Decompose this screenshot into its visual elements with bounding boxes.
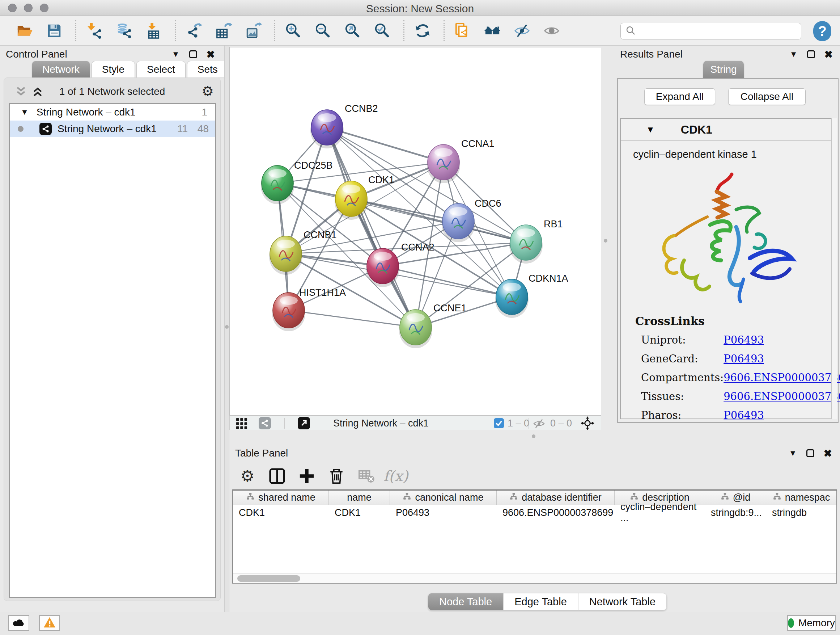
column-header[interactable]: canonical name	[390, 491, 497, 505]
column-header[interactable]: namespac	[766, 491, 836, 505]
string-network-graph[interactable]: CCNB2CCNA1CDC25BCDK1CDC6RB1CCNB1CCNA2CDK…	[230, 48, 601, 415]
node-label: CCNB2	[345, 103, 378, 114]
zoom-out-icon[interactable]	[313, 21, 333, 41]
tab-node-table[interactable]: Node Table	[428, 593, 503, 610]
panel-float-icon[interactable]	[806, 449, 814, 457]
memory-button[interactable]: Memory	[787, 615, 836, 631]
panel-close-icon[interactable]: ✖	[824, 49, 833, 60]
zoom-fit-icon[interactable]	[343, 21, 363, 41]
network-tree-row[interactable]: String Network – cdk1 11 48	[10, 120, 215, 137]
add-column-icon[interactable]	[298, 467, 316, 485]
hidden-eye-slash-icon[interactable]	[533, 417, 545, 430]
panel-menu-caret-icon[interactable]: ▼	[172, 50, 180, 59]
panel-close-icon[interactable]: ✖	[207, 49, 215, 60]
collapse-all-button[interactable]: Collapse All	[728, 88, 806, 105]
tab-network-table[interactable]: Network Table	[578, 593, 667, 610]
tab-select[interactable]: Select	[136, 61, 186, 78]
cell-database-identifier[interactable]: 9606.ENSP00000378699	[497, 505, 615, 520]
tab-sets[interactable]: Sets	[187, 61, 228, 78]
table-horizontal-scrollbar[interactable]	[233, 573, 836, 583]
export-image-icon[interactable]	[243, 21, 264, 41]
network-tree: ▼ String Network – cdk1 1 String Network…	[9, 103, 216, 598]
column-header[interactable]: database identifier	[497, 491, 615, 505]
cell-id[interactable]: stringdb:9...	[705, 505, 766, 520]
crosslink-compartments[interactable]: 9606.ENSP00000378699	[723, 371, 840, 384]
detach-view-icon[interactable]	[298, 417, 310, 429]
table-options-gear-icon[interactable]: ⚙	[239, 467, 256, 485]
cell-description[interactable]: cyclin–dependent ...	[615, 505, 705, 520]
panel-float-icon[interactable]	[807, 50, 815, 58]
open-folder-icon[interactable]	[14, 21, 35, 41]
refresh-icon[interactable]	[412, 21, 433, 41]
homes-icon[interactable]	[482, 21, 502, 41]
hide-eye-icon[interactable]	[512, 21, 532, 41]
splitter-handle[interactable]	[532, 434, 535, 438]
tab-string[interactable]: String	[703, 61, 744, 78]
import-network-database-icon[interactable]	[114, 21, 134, 41]
cell-canonical-name[interactable]: P06493	[390, 505, 497, 520]
cell-namespace[interactable]: stringdb	[766, 505, 836, 520]
panel-menu-caret-icon[interactable]: ▼	[789, 448, 797, 458]
help-icon[interactable]: ?	[813, 21, 831, 41]
network-options-gear-icon[interactable]: ⚙	[202, 84, 214, 97]
grid-view-icon[interactable]	[235, 417, 248, 430]
splitter-handle[interactable]	[225, 325, 229, 329]
network-node-CCNA1[interactable]: CCNA1	[427, 138, 494, 183]
column-header[interactable]: name	[329, 491, 390, 505]
network-canvas[interactable]: CCNB2CCNA1CDC25BCDK1CDC6RB1CCNB1CCNA2CDK…	[229, 47, 601, 416]
crosslink-uniprot[interactable]: P06493	[723, 334, 764, 346]
network-node-CDC25B[interactable]: CDC25B	[261, 160, 333, 204]
tree-caret-icon[interactable]: ▼	[21, 108, 28, 117]
panel-close-icon[interactable]: ✖	[824, 448, 832, 459]
splitter-handle[interactable]	[604, 239, 607, 242]
network-tree-root-row[interactable]: ▼ String Network – cdk1 1	[10, 104, 215, 120]
clone-network-icon[interactable]	[453, 21, 473, 41]
import-network-icon[interactable]	[84, 21, 104, 41]
selected-counter: 1 – 0	[508, 418, 529, 429]
export-network-icon[interactable]	[184, 21, 204, 41]
tab-edge-table[interactable]: Edge Table	[503, 593, 578, 610]
share-view-icon[interactable]	[259, 417, 271, 429]
search-input[interactable]	[636, 26, 801, 37]
selected-checkbox-icon[interactable]	[494, 418, 504, 428]
gene-section-header[interactable]: ▼ CDK1	[621, 119, 832, 141]
scrollbar-thumb[interactable]	[237, 575, 300, 582]
expand-all-button[interactable]: Expand All	[644, 88, 715, 105]
crosslink-pharos[interactable]: P06493	[723, 409, 764, 421]
zoom-selected-icon[interactable]	[372, 21, 393, 41]
cell-shared-name[interactable]: CDK1	[233, 505, 329, 520]
table-row[interactable]: CDK1 CDK1 P06493 9606.ENSP00000378699 cy…	[233, 505, 836, 520]
node-label: CCNE1	[433, 302, 467, 314]
tab-style[interactable]: Style	[92, 61, 135, 78]
node-label: CCNA2	[401, 242, 434, 253]
export-table-icon[interactable]	[213, 21, 234, 41]
delete-column-icon[interactable]	[328, 467, 345, 485]
section-caret-icon[interactable]: ▼	[646, 125, 655, 135]
panel-menu-caret-icon[interactable]: ▼	[790, 50, 798, 59]
network-node-CCNB2[interactable]: CCNB2	[310, 103, 378, 149]
network-node-CDKN1A[interactable]: CDKN1A	[495, 273, 568, 318]
network-node-CDC6[interactable]: CDC6	[442, 198, 501, 242]
column-header[interactable]: @id	[705, 491, 766, 505]
import-table-icon[interactable]	[144, 21, 164, 41]
results-scrollbar[interactable]	[831, 118, 837, 419]
birdseye-crosshair-icon[interactable]	[581, 416, 594, 430]
left-splitter[interactable]	[224, 46, 229, 612]
separator	[284, 418, 285, 429]
show-columns-icon[interactable]	[268, 467, 286, 485]
crosslink-genecard[interactable]: P06493	[723, 353, 764, 365]
panel-float-icon[interactable]	[189, 50, 197, 58]
zoom-in-icon[interactable]	[283, 21, 303, 41]
cell-name[interactable]: CDK1	[329, 505, 390, 520]
network-node-HIST1H1A[interactable]: HIST1H1A	[272, 287, 346, 331]
network-node-CCNE1[interactable]: CCNE1	[399, 302, 467, 348]
save-icon[interactable]	[44, 21, 65, 41]
show-eye-icon[interactable]	[542, 21, 562, 41]
toolbar-separator	[274, 20, 275, 41]
warnings-button[interactable]	[39, 615, 60, 631]
cloud-button[interactable]	[8, 615, 29, 631]
tab-network[interactable]: Network	[32, 61, 90, 78]
column-header[interactable]: shared name	[233, 491, 329, 505]
network-node-RB1[interactable]: RB1	[509, 219, 563, 264]
crosslink-tissues[interactable]: 9606.ENSP00000378699	[723, 390, 840, 402]
